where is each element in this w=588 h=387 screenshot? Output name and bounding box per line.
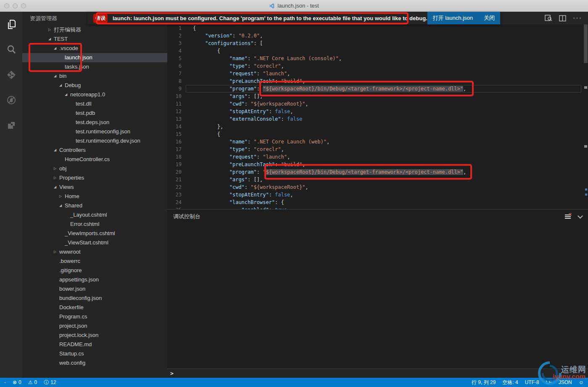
activitybar-extensions[interactable] [0, 113, 22, 138]
twistie-expanded-icon[interactable]: ◢ [54, 146, 59, 155]
code-line-7[interactable]: 7 "request": "launch", [167, 70, 588, 77]
collapse-panel-icon[interactable] [577, 213, 583, 219]
code-line-24[interactable]: 24 "launchBrowser": { [167, 199, 588, 206]
statusbar-eol[interactable]: LF [546, 379, 552, 385]
tree-item-.bowerrc[interactable]: .bowerrc [22, 257, 167, 266]
tree-item-Controllers[interactable]: ◢Controllers [22, 146, 167, 155]
tree-item-HomeController.cs[interactable]: HomeController.cs [22, 155, 167, 164]
code-line-11[interactable]: 11 "cwd": "${workspaceRoot}", [167, 100, 588, 108]
twistie-collapsed-icon[interactable]: ▷ [54, 247, 59, 257]
notification-action-关闭[interactable]: 关闭 [478, 12, 500, 24]
statusbar-language-mode[interactable]: JSON [559, 379, 572, 385]
tree-item-test.deps.json[interactable]: test.deps.json [22, 118, 167, 127]
maximize-button[interactable] [21, 3, 26, 8]
tree-item-Debug[interactable]: ◢Debug [22, 81, 167, 90]
scrollbar-slider[interactable] [584, 24, 588, 63]
code-line-13[interactable]: 13 "externalConsole": false [167, 115, 588, 123]
tree-item-Program.cs[interactable]: Program.cs [22, 312, 167, 321]
tree-item-launch.json[interactable]: launch.json [22, 53, 167, 62]
tree-item-Shared[interactable]: ◢Shared [22, 201, 167, 210]
more-actions-icon[interactable]: ··· [573, 16, 582, 20]
tree-item-appsettings.json[interactable]: appsettings.json [22, 275, 167, 284]
minimize-button[interactable] [13, 3, 18, 8]
code-line-1[interactable]: 1{ [167, 24, 588, 32]
code-line-15[interactable]: 15 { [167, 130, 588, 138]
tree-item-project.json[interactable]: project.json [22, 321, 167, 331]
activitybar-source-control[interactable] [0, 62, 22, 87]
code-line-25[interactable]: 25 "enabled": true, [167, 206, 588, 209]
tree-item-Startup.cs[interactable]: Startup.cs [22, 349, 167, 358]
code-line-20[interactable]: 20 "program": "${workspaceRoot}/bin/Debu… [167, 168, 588, 176]
statusbar-info-count[interactable]: ⓘ12 [44, 379, 56, 386]
code-line-17[interactable]: 17 "type": "coreclr", [167, 146, 588, 153]
twistie-collapsed-icon[interactable]: ▷ [59, 192, 65, 201]
tree-item-Views[interactable]: ◢Views [22, 183, 167, 192]
twistie-expanded-icon[interactable]: ◢ [54, 183, 59, 192]
tree-item-_ViewImports.cshtml[interactable]: _ViewImports.cshtml [22, 229, 167, 238]
split-editor-icon[interactable] [559, 15, 566, 21]
statusbar-feedback-smiley[interactable]: ☺ [579, 379, 584, 385]
code-line-10[interactable]: 10 "args": [], [167, 93, 588, 100]
code-line-2[interactable]: 2 "version": "0.2.0", [167, 32, 588, 40]
code-line-16[interactable]: 16 "name": ".NET Core Launch (web)", [167, 138, 588, 146]
tree-item-bin[interactable]: ◢bin [22, 72, 167, 81]
editor-scrollbar[interactable] [583, 24, 588, 209]
clear-console-icon[interactable]: × [565, 214, 571, 219]
tree-item-TEST[interactable]: ◢TEST [22, 34, 167, 44]
tree-item-Error.cshtml[interactable]: Error.cshtml [22, 220, 167, 229]
code-line-4[interactable]: 4 { [167, 47, 588, 55]
twistie-expanded-icon[interactable]: ◢ [48, 34, 54, 44]
tree-item-_Layout.cshtml[interactable]: _Layout.cshtml [22, 210, 167, 220]
statusbar-encoding[interactable]: UTF-8 [525, 379, 539, 385]
tree-item-obj[interactable]: ▷obj [22, 164, 167, 173]
code-line-18[interactable]: 18 "request": "launch", [167, 153, 588, 161]
activitybar-explorer[interactable] [0, 12, 22, 37]
tree-item-_ViewStart.cshtml[interactable]: _ViewStart.cshtml [22, 238, 167, 247]
tree-item-.vscode[interactable]: ◢.vscode [22, 44, 167, 53]
close-button[interactable] [4, 3, 9, 8]
tree-item-bundleconfig.json[interactable]: bundleconfig.json [22, 294, 167, 303]
tree-item-web.config[interactable]: web.config [22, 358, 167, 368]
tree-item-test.pdb[interactable]: test.pdb [22, 109, 167, 118]
tree-item-test.dll[interactable]: test.dll [22, 99, 167, 109]
code-line-21[interactable]: 21 "args": [], [167, 176, 588, 183]
activitybar-search[interactable] [0, 37, 22, 62]
code-editor[interactable]: 1{2 "version": "0.2.0",3 "configurations… [167, 24, 588, 209]
tree-item-test.runtimeconfig.dev.json[interactable]: test.runtimeconfig.dev.json [22, 136, 167, 146]
open-preview-icon[interactable] [545, 15, 552, 21]
twistie-expanded-icon[interactable]: ◢ [59, 201, 65, 210]
statusbar-indentation[interactable]: 空格: 4 [502, 379, 518, 386]
twistie-expanded-icon[interactable]: ◢ [54, 72, 59, 81]
twistie-collapsed-icon[interactable]: ▷ [54, 173, 59, 183]
twistie-expanded-icon[interactable]: ◢ [54, 44, 59, 53]
tree-item-bower.json[interactable]: bower.json [22, 284, 167, 294]
statusbar-cursor-position[interactable]: 行 9, 列 29 [472, 379, 496, 386]
tree-item-netcoreapp1.0[interactable]: ◢netcoreapp1.0 [22, 90, 167, 99]
code-line-8[interactable]: 8 "preLaunchTask": "build", [167, 77, 588, 85]
activitybar-debug[interactable] [0, 87, 22, 113]
tree-item-project.lock.json[interactable]: project.lock.json [22, 331, 167, 340]
tree-item-wwwroot[interactable]: ▷wwwroot [22, 247, 167, 257]
tree-item--[interactable]: ▷打开编辑器 [22, 25, 167, 34]
twistie-collapsed-icon[interactable]: ▷ [48, 25, 54, 34]
notification-action-打开-launch.json[interactable]: 打开 launch.json [427, 12, 478, 24]
code-line-22[interactable]: 22 "cwd": "${workspaceRoot}", [167, 183, 588, 191]
twistie-collapsed-icon[interactable]: ▷ [54, 164, 59, 173]
statusbar-error-count[interactable]: ⊗0 [13, 379, 21, 385]
twistie-expanded-icon[interactable]: ◢ [65, 90, 70, 99]
twistie-expanded-icon[interactable]: ◢ [59, 81, 65, 90]
debug-console-input[interactable]: > [167, 368, 588, 378]
statusbar-dash[interactable]: - [4, 379, 6, 385]
tree-item-README.md[interactable]: README.md [22, 340, 167, 349]
code-line-14[interactable]: 14 }, [167, 123, 588, 130]
code-line-19[interactable]: 19 "preLaunchTask": "build", [167, 161, 588, 168]
code-line-5[interactable]: 5 "name": ".NET Core Launch (console)", [167, 55, 588, 62]
tree-item-.gitignore[interactable]: .gitignore [22, 266, 167, 275]
code-line-9[interactable]: 9 "program": "${workspaceRoot}/bin/Debug… [167, 85, 588, 93]
tree-item-test.runtimeconfig.json[interactable]: test.runtimeconfig.json [22, 127, 167, 136]
tree-item-Properties[interactable]: ▷Properties [22, 173, 167, 183]
code-line-23[interactable]: 23 "stopAtEntry": false, [167, 191, 588, 199]
tree-item-tasks.json[interactable]: tasks.json [22, 62, 167, 72]
code-line-3[interactable]: 3 "configurations": [ [167, 40, 588, 47]
tree-item-Dockerfile[interactable]: Dockerfile [22, 303, 167, 312]
